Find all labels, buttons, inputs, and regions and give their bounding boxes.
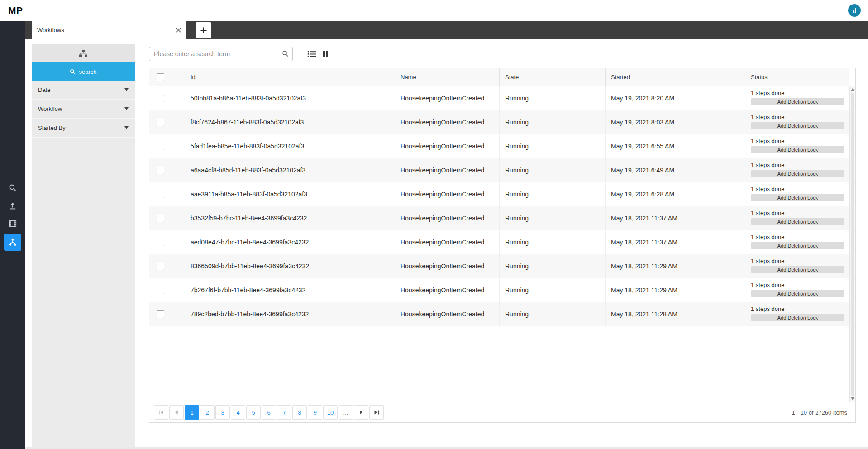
cell-status: 1 steps done Add Deletion Lock (745, 110, 849, 134)
pager-page-5[interactable]: 5 (246, 405, 261, 420)
tab-workflows[interactable]: Workflows (32, 21, 186, 39)
table-row[interactable]: 5fad1fea-b85e-11eb-883f-0a5d32102af3 Hou… (149, 134, 849, 158)
user-avatar[interactable]: d (848, 4, 861, 17)
close-icon[interactable] (176, 28, 181, 33)
scroll-thumb[interactable] (851, 93, 854, 396)
sitemap-icon (79, 49, 88, 57)
column-header-state[interactable]: State (500, 68, 606, 86)
column-header-status[interactable]: Status (745, 68, 849, 86)
table-row[interactable]: 8366509d-b7bb-11eb-8ee4-3699fa3c4232 Hou… (149, 254, 849, 278)
cell-status: 1 steps done Add Deletion Lock (745, 206, 849, 230)
cell-started: May 18, 2021 11:29 AM (606, 254, 745, 278)
filter-section-started-by[interactable]: Started By (32, 119, 135, 138)
cell-id: a6aa4cf8-b85d-11eb-883f-0a5d32102af3 (185, 158, 395, 182)
tab-bar: Workflows (25, 21, 868, 39)
filter-search-label: search (79, 68, 96, 75)
search-input[interactable] (149, 47, 293, 61)
workflow-icon (4, 234, 21, 251)
filter-search-button[interactable]: search (32, 62, 135, 81)
cell-state: Running (500, 86, 606, 110)
row-checkbox[interactable] (157, 287, 164, 294)
row-select-cell (149, 230, 185, 254)
table-row[interactable]: 50fbb81a-b86a-11eb-883f-0a5d32102af3 Hou… (149, 86, 849, 110)
list-view-button[interactable] (307, 51, 316, 57)
pager-page-8[interactable]: 8 (292, 405, 307, 420)
cell-status: 1 steps done Add Deletion Lock (745, 158, 849, 182)
pager-ellipsis[interactable]: ... (339, 405, 353, 420)
pager-page-2[interactable]: 2 (200, 405, 215, 420)
rail-workflows-button[interactable] (0, 233, 25, 251)
new-tab-button[interactable] (196, 22, 211, 38)
row-checkbox[interactable] (157, 215, 164, 222)
row-select-cell (149, 158, 185, 182)
cell-status: 1 steps done Add Deletion Lock (745, 254, 849, 278)
rail-search-button[interactable] (0, 179, 25, 197)
scroll-up-arrow[interactable] (851, 88, 854, 91)
row-checkbox[interactable] (157, 191, 164, 198)
pause-icon (323, 51, 329, 57)
hierarchy-toolbar-button[interactable] (32, 44, 135, 62)
scroll-down-arrow[interactable] (851, 397, 854, 400)
pager-page-10[interactable]: 10 (323, 405, 338, 420)
row-checkbox[interactable] (157, 95, 164, 102)
bottom-strip (25, 447, 868, 449)
tab-label: Workflows (37, 27, 176, 33)
row-checkbox[interactable] (157, 143, 164, 150)
row-select-cell (149, 254, 185, 278)
pager-page-4[interactable]: 4 (231, 405, 245, 420)
pager-prev-button[interactable] (169, 405, 184, 420)
table-row[interactable]: f8cf7624-b867-11eb-883f-0a5d32102af3 Hou… (149, 110, 849, 134)
table-row[interactable]: aed08e47-b7bc-11eb-8ee4-3699fa3c4232 Hou… (149, 230, 849, 254)
row-select-cell (149, 86, 185, 110)
column-header-id[interactable]: Id (185, 68, 395, 86)
current-step-progress: Add Deletion Lock (751, 146, 844, 153)
row-select-cell (149, 134, 185, 158)
row-checkbox[interactable] (157, 119, 164, 126)
pager-page-6[interactable]: 6 (262, 405, 276, 420)
rail-media-button[interactable] (0, 215, 25, 233)
current-step-progress: Add Deletion Lock (751, 218, 844, 225)
cell-status: 1 steps done Add Deletion Lock (745, 182, 849, 206)
row-checkbox[interactable] (157, 167, 164, 174)
pager-page-1[interactable]: 1 (185, 405, 199, 420)
select-all-cell (149, 68, 185, 86)
filter-section-workflow[interactable]: Workflow (32, 100, 135, 119)
cell-started: May 18, 2021 11:29 AM (606, 278, 745, 302)
pause-button[interactable] (323, 51, 329, 57)
select-all-checkbox[interactable] (157, 73, 164, 81)
steps-label: 1 steps done (751, 281, 849, 289)
cell-started: May 19, 2021 8:20 AM (606, 86, 745, 110)
row-select-cell (149, 182, 185, 206)
row-checkbox[interactable] (157, 310, 164, 318)
search-icon[interactable] (282, 50, 289, 57)
pager-page-7[interactable]: 7 (277, 405, 291, 420)
cell-id: aed08e47-b7bc-11eb-8ee4-3699fa3c4232 (185, 230, 395, 254)
pager-page-9[interactable]: 9 (308, 405, 322, 420)
column-header-name[interactable]: Name (395, 68, 500, 86)
vertical-scrollbar[interactable] (849, 86, 855, 402)
arrow-left-icon (174, 410, 179, 415)
pager-next-button[interactable] (354, 405, 368, 420)
table-row[interactable]: aae3911a-b85a-11eb-883f-0a5d32102af3 Hou… (149, 182, 849, 206)
table-row[interactable]: 789c2bed-b7bb-11eb-8ee4-3699fa3c4232 Hou… (149, 302, 849, 326)
pager-first-button[interactable] (154, 405, 168, 420)
cell-id: 50fbb81a-b86a-11eb-883f-0a5d32102af3 (185, 86, 395, 110)
row-checkbox[interactable] (157, 263, 164, 270)
current-step-progress: Add Deletion Lock (751, 194, 844, 201)
list-icon (307, 51, 316, 57)
pager-last-button[interactable] (369, 405, 384, 420)
table-row[interactable]: b3532f59-b7bc-11eb-8ee4-3699fa3c4232 Hou… (149, 206, 849, 230)
table-row[interactable]: 7b267f6f-b7bb-11eb-8ee4-3699fa3c4232 Hou… (149, 278, 849, 302)
table-row[interactable]: a6aa4cf8-b85d-11eb-883f-0a5d32102af3 Hou… (149, 158, 849, 182)
cell-id: 7b267f6f-b7bb-11eb-8ee4-3699fa3c4232 (185, 278, 395, 302)
column-header-started[interactable]: Started (606, 68, 745, 86)
row-checkbox[interactable] (157, 239, 164, 246)
cell-state: Running (500, 278, 606, 302)
cell-started: May 19, 2021 6:28 AM (606, 182, 745, 206)
cell-started: May 18, 2021 11:37 AM (606, 206, 745, 230)
grid-header-row: Id Name State Started Status (149, 68, 849, 86)
rail-upload-button[interactable] (0, 197, 25, 215)
cell-state: Running (500, 110, 606, 134)
pager-page-3[interactable]: 3 (215, 405, 230, 420)
filter-section-date[interactable]: Date (32, 81, 135, 100)
